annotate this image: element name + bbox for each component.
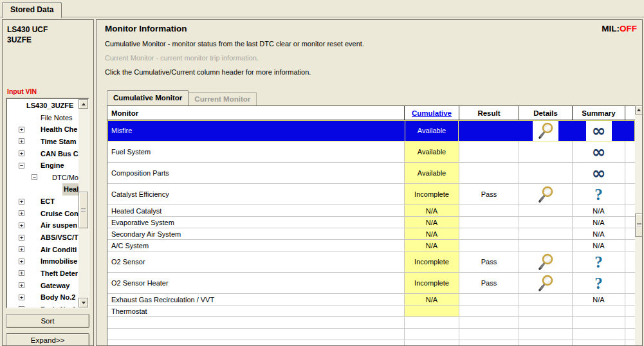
tree-item[interactable]: +Air Conditi: [7, 244, 78, 256]
expand-icon[interactable]: +: [19, 223, 24, 228]
monitor-name-cell: O2 Sensor: [107, 251, 405, 273]
details-cell: [519, 305, 573, 317]
vehicle-engine: 3UZFE: [7, 35, 48, 45]
monitor-row[interactable]: Composition PartsAvailable∞: [107, 163, 635, 184]
monitor-row[interactable]: Fuel SystemAvailable∞: [107, 141, 635, 163]
monitor-row[interactable]: [107, 340, 635, 346]
magnifier-icon[interactable]: [537, 122, 554, 139]
tree-item[interactable]: −Engine: [7, 159, 78, 172]
magnifier-icon[interactable]: [537, 186, 554, 203]
tab-stored-data[interactable]: Stored Data: [2, 2, 62, 18]
expand-icon[interactable]: +: [19, 138, 24, 144]
monitor-row[interactable]: Catalyst EfficiencyIncompletePass?: [107, 184, 635, 205]
monitor-row[interactable]: O2 SensorIncompletePass?: [107, 251, 635, 273]
magnifier-icon[interactable]: [537, 275, 554, 291]
monitor-row[interactable]: [107, 329, 635, 340]
tree-item[interactable]: +Cruise Con: [7, 208, 78, 220]
details-cell[interactable]: [519, 273, 573, 294]
details-cell[interactable]: [519, 184, 573, 205]
summary-cell: [573, 340, 625, 346]
monitor-row[interactable]: O2 Sensor HeaterIncompletePass?: [107, 273, 635, 294]
cumulative-cell: N/A: [405, 228, 459, 240]
expand-icon[interactable]: +: [19, 282, 24, 288]
monitor-row[interactable]: Thermostat: [107, 305, 635, 317]
scroll-up-icon[interactable]: [635, 105, 643, 114]
monitor-row[interactable]: Heated CatalystN/AN/A: [107, 205, 635, 217]
details-cell: [519, 228, 573, 240]
expand-icon[interactable]: +: [19, 259, 24, 264]
tree-item[interactable]: +CAN Bus C: [7, 148, 78, 160]
expand-icon[interactable]: +: [19, 235, 24, 241]
result-cell: [459, 120, 519, 141]
cumulative-cell: N/A: [405, 294, 459, 305]
monitor-name-cell: Fuel System: [107, 141, 405, 163]
tree-item[interactable]: +Health Che: [7, 123, 78, 136]
tree-item[interactable]: LS430_3UZFE: [7, 100, 78, 112]
tree-item[interactable]: +Body No.2: [7, 291, 78, 304]
expand-icon[interactable]: +: [19, 295, 24, 300]
result-cell: [459, 305, 519, 317]
tree-item-label: LS430_3UZFE: [26, 100, 73, 112]
expand-icon[interactable]: +: [19, 306, 24, 307]
tree-item[interactable]: +Theft Deter: [7, 268, 78, 280]
tree-item[interactable]: −DTC/Mo: [7, 172, 78, 184]
monitor-name-cell: Heated Catalyst: [107, 205, 405, 217]
tree-item[interactable]: +Immobilise: [7, 255, 78, 268]
expand-icon[interactable]: +: [19, 270, 24, 276]
expand-icon[interactable]: +: [19, 246, 24, 252]
header-cumulative-link[interactable]: Cumulative: [405, 106, 459, 120]
monitor-row[interactable]: [107, 317, 635, 329]
expand-icon[interactable]: +: [19, 150, 24, 156]
result-cell: [459, 294, 519, 305]
tree-item[interactable]: +Time Stam: [7, 136, 78, 148]
summary-cell: [573, 317, 625, 329]
tree-scrollbar[interactable]: [78, 99, 88, 307]
collapse-icon[interactable]: −: [19, 163, 24, 168]
tree-item[interactable]: File Notes: [7, 112, 78, 124]
table-scrollbar[interactable]: [635, 105, 643, 346]
monitor-row[interactable]: Exhaust Gas Recirculation / VVTN/AN/A: [107, 294, 635, 305]
collapse-icon[interactable]: −: [32, 174, 37, 180]
result-cell: [459, 217, 519, 228]
expand-button[interactable]: Expand>>: [6, 333, 89, 346]
vehicle-title: LS430 UCF 3UZFE: [7, 24, 48, 45]
monitor-row[interactable]: A/C SystemN/AN/A: [107, 240, 635, 251]
tree-item[interactable]: +ECT: [7, 196, 78, 208]
monitor-information-panel: Monitor Information MIL:OFF Cumulative M…: [96, 19, 643, 346]
tree-item-label: Air suspen: [41, 219, 77, 232]
cumulative-cell: Incomplete: [405, 251, 459, 273]
tree-item[interactable]: +Body No.4: [7, 304, 78, 307]
monitor-row[interactable]: MisfireAvailable∞: [107, 120, 635, 141]
magnifier-icon[interactable]: [537, 253, 554, 270]
result-cell: [459, 317, 519, 329]
monitor-row[interactable]: Evaporative SystemN/AN/A: [107, 217, 635, 228]
tree-item[interactable]: Heal: [7, 183, 78, 196]
details-cell[interactable]: [519, 251, 573, 273]
expand-icon[interactable]: +: [19, 199, 24, 205]
details-cell: [519, 294, 573, 305]
monitor-name-cell: Secondary Air System: [107, 228, 405, 240]
scroll-down-icon[interactable]: [78, 298, 88, 307]
scroll-up-icon[interactable]: [78, 99, 88, 109]
header-monitor: Monitor: [107, 106, 405, 120]
table-scroll-thumb[interactable]: [635, 214, 643, 237]
vehicle-model: LS430 UCF: [7, 24, 48, 35]
tab-current-monitor[interactable]: Current Monitor: [189, 92, 257, 105]
tree-item[interactable]: +Gateway: [7, 280, 78, 292]
result-cell: Pass: [459, 184, 519, 205]
tree-scroll-thumb[interactable]: [78, 192, 88, 228]
tree-item[interactable]: +ABS/VSC/T: [7, 232, 78, 244]
details-cell: [519, 141, 573, 163]
expand-icon[interactable]: +: [19, 210, 24, 216]
summary-cell: N/A: [573, 240, 625, 251]
tab-cumulative-monitor[interactable]: Cumulative Monitor: [107, 90, 189, 105]
result-cell: [459, 340, 519, 346]
sort-button[interactable]: Sort: [6, 314, 89, 328]
cumulative-cell: [405, 340, 459, 346]
monitor-row[interactable]: Secondary Air SystemN/AN/A: [107, 228, 635, 240]
tree-item[interactable]: +Air suspen: [7, 219, 78, 232]
filler-cell: [625, 240, 635, 251]
input-vin-label[interactable]: Input VIN: [7, 87, 37, 95]
details-cell[interactable]: [519, 120, 573, 141]
expand-icon[interactable]: +: [19, 127, 24, 132]
